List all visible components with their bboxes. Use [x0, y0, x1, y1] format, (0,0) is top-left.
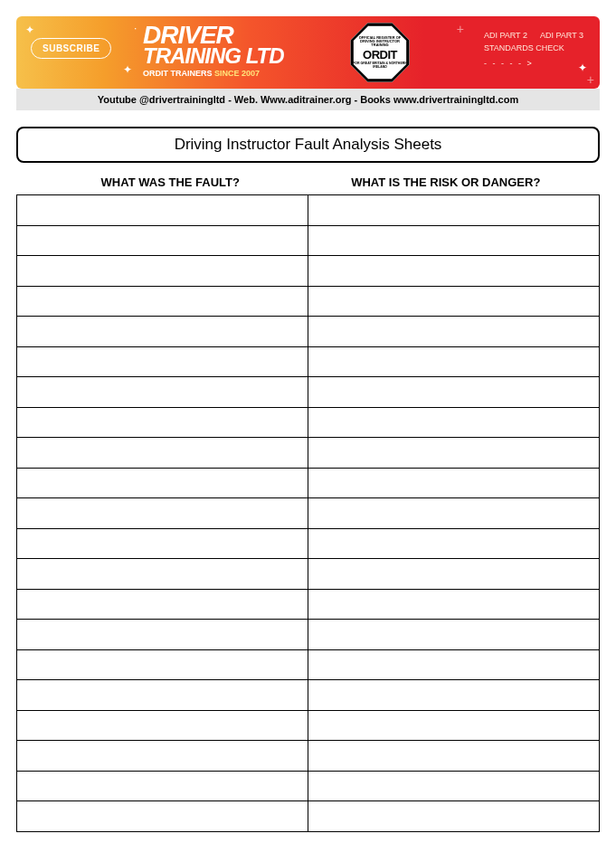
fault-cell[interactable]: [17, 286, 308, 317]
table-row: [17, 801, 600, 832]
page-title: Driving Instructor Fault Analysis Sheets: [16, 127, 600, 163]
columns-header: WHAT WAS THE FAULT? WHAT IS THE RISK OR …: [16, 175, 600, 189]
risk-cell[interactable]: [308, 801, 600, 832]
info-bar: Youtube @drivertrainingltd - Web. Www.ad…: [16, 89, 600, 110]
fault-cell[interactable]: [17, 741, 308, 772]
risk-cell[interactable]: [308, 256, 600, 287]
fault-analysis-table: [16, 194, 600, 832]
risk-cell[interactable]: [308, 498, 600, 529]
fault-cell[interactable]: [17, 438, 308, 469]
table-row: [17, 407, 600, 438]
table-row: [17, 771, 600, 801]
banner-right-links: ADI PART 2 ADI PART 3 STANDARDS CHECK - …: [484, 29, 583, 70]
ordit-bottom-text: FOR GREAT BRITAIN & NORTHERN IRELAND: [352, 62, 408, 70]
link-adi-part-3[interactable]: ADI PART 3: [540, 29, 583, 42]
risk-cell[interactable]: [308, 195, 600, 226]
table-row: [17, 317, 600, 347]
header-banner: ✦ ✦ · ✦ + + SUBSCRIBE DRIVER TRAINING LT…: [16, 16, 600, 89]
table-row: [17, 559, 600, 590]
column-header-fault: WHAT WAS THE FAULT?: [33, 175, 308, 189]
risk-cell[interactable]: [308, 771, 600, 801]
fault-cell[interactable]: [17, 620, 308, 650]
table-row: [17, 195, 600, 226]
risk-cell[interactable]: [308, 680, 600, 711]
brand-logo-text: DRIVER TRAINING LTD ORDIT TRAINERS SINCE…: [143, 24, 284, 77]
fault-cell[interactable]: [17, 498, 308, 529]
plus-icon: +: [587, 72, 594, 87]
tagline-prefix: ORDIT TRAINERS: [143, 69, 214, 78]
ordit-badge: OFFICIAL REGISTER OF DRIVING INSTRUCTOR …: [349, 22, 411, 83]
table-row: [17, 498, 600, 529]
fault-cell[interactable]: [17, 710, 308, 741]
link-standards-check[interactable]: STANDARDS CHECK: [484, 42, 583, 54]
tagline-since: SINCE: [214, 69, 242, 78]
arrow-icon: - - - - - >: [484, 57, 583, 70]
risk-cell[interactable]: [308, 438, 600, 469]
fault-cell[interactable]: [17, 680, 308, 711]
risk-cell[interactable]: [308, 225, 600, 256]
column-header-risk: WHAT IS THE RISK OR DANGER?: [308, 175, 584, 189]
fault-cell[interactable]: [17, 468, 308, 498]
fault-cell[interactable]: [17, 589, 308, 620]
fault-cell[interactable]: [17, 195, 308, 226]
document-page: ✦ ✦ · ✦ + + SUBSCRIBE DRIVER TRAINING LT…: [0, 0, 616, 862]
risk-cell[interactable]: [308, 377, 600, 408]
table-row: [17, 710, 600, 741]
sparkle-icon: ✦: [25, 24, 34, 36]
link-adi-part-2[interactable]: ADI PART 2: [484, 29, 527, 42]
risk-cell[interactable]: [308, 286, 600, 317]
risk-cell[interactable]: [308, 407, 600, 438]
fault-cell[interactable]: [17, 559, 308, 590]
sparkle-icon: ·: [134, 22, 137, 34]
risk-cell[interactable]: [308, 468, 600, 498]
risk-cell[interactable]: [308, 559, 600, 590]
table-row: [17, 225, 600, 256]
fault-cell[interactable]: [17, 407, 308, 438]
risk-cell[interactable]: [308, 346, 600, 377]
table-row: [17, 286, 600, 317]
fault-cell[interactable]: [17, 801, 308, 832]
brand-line2: TRAINING LTD: [143, 46, 284, 66]
table-row: [17, 649, 600, 680]
risk-cell[interactable]: [308, 317, 600, 347]
risk-cell[interactable]: [308, 741, 600, 772]
tagline-year: 2007: [242, 69, 260, 78]
ordit-main-text: ORDIT: [363, 48, 397, 62]
fault-cell[interactable]: [17, 528, 308, 559]
table-row: [17, 589, 600, 620]
sparkle-icon: ✦: [123, 63, 132, 76]
brand-tagline: ORDIT TRAINERS SINCE 2007: [143, 70, 284, 77]
ordit-top-text: OFFICIAL REGISTER OF DRIVING INSTRUCTOR …: [352, 36, 408, 48]
table-row: [17, 620, 600, 650]
risk-cell[interactable]: [308, 589, 600, 620]
plus-icon: +: [457, 22, 464, 36]
risk-cell[interactable]: [308, 649, 600, 680]
subscribe-button[interactable]: SUBSCRIBE: [31, 38, 111, 59]
risk-cell[interactable]: [308, 620, 600, 650]
table-row: [17, 468, 600, 498]
table-row: [17, 346, 600, 377]
fault-cell[interactable]: [17, 256, 308, 287]
table-row: [17, 528, 600, 559]
fault-cell[interactable]: [17, 317, 308, 347]
table-row: [17, 680, 600, 711]
risk-cell[interactable]: [308, 528, 600, 559]
fault-cell[interactable]: [17, 346, 308, 377]
fault-cell[interactable]: [17, 377, 308, 408]
fault-cell[interactable]: [17, 225, 308, 256]
risk-cell[interactable]: [308, 710, 600, 741]
table-row: [17, 256, 600, 287]
table-row: [17, 741, 600, 772]
table-row: [17, 438, 600, 469]
table-row: [17, 377, 600, 408]
fault-cell[interactable]: [17, 771, 308, 801]
fault-cell[interactable]: [17, 649, 308, 680]
